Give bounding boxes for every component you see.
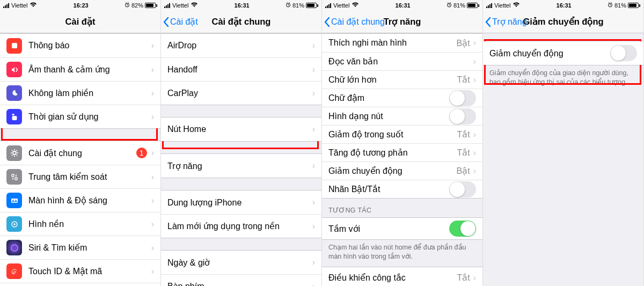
siri-icon — [6, 240, 22, 255]
svg-text:AA: AA — [11, 199, 17, 203]
chevron-right-icon: › — [473, 75, 476, 85]
sound-icon — [6, 62, 22, 77]
row-reduce-motion-toggle[interactable]: Giảm chuyển động — [483, 41, 643, 65]
clock-label: 16:31 — [396, 2, 411, 9]
settings-row-sound[interactable]: Âm thanh & cảm ứng › — [0, 57, 160, 81]
row-increase-contrast[interactable]: Tăng độ tương phảnTắt› — [322, 143, 482, 162]
row-label: Tăng độ tương phản — [328, 148, 457, 158]
row-button-shapes[interactable]: Hình dạng nút — [322, 107, 482, 125]
settings-row-wallpaper[interactable]: Hình nền › — [0, 212, 160, 236]
carrier-label: Viettel — [11, 2, 27, 9]
general-list: AirDrop› Handoff› CarPlay› Nút Home› Trợ… — [161, 33, 321, 286]
row-handoff[interactable]: Handoff› — [161, 57, 321, 81]
battery-pct-label: 81% — [614, 2, 626, 9]
row-label: Làm mới ứng dụng trong nền — [167, 221, 312, 231]
row-switch-control[interactable]: Điều khiển công tắcTắt› — [322, 267, 482, 286]
settings-row-screentime[interactable]: Thời gian sử dụng › — [0, 105, 160, 128]
row-keyboard[interactable]: Bàn phím› — [161, 274, 321, 286]
svg-point-5 — [11, 174, 13, 176]
nav-back-label: Cài đặt — [170, 17, 198, 27]
row-bold-text[interactable]: Chữ đậm — [322, 89, 482, 107]
svg-point-4 — [13, 151, 16, 155]
reachability-toggle[interactable] — [449, 221, 476, 237]
row-label: Bàn phím — [167, 282, 312, 287]
nav-back-button[interactable]: Cài đặt — [163, 11, 198, 33]
settings-row-display[interactable]: AA Màn hình & Độ sáng › — [0, 188, 160, 212]
row-value: Bật — [457, 38, 470, 48]
chevron-right-icon: › — [473, 273, 476, 283]
row-label: Giảm độ trong suốt — [328, 129, 457, 140]
row-reachability[interactable]: Tầm với — [322, 218, 482, 239]
row-home-button[interactable]: Nút Home› — [161, 118, 321, 141]
nav-back-label: Trợ năng — [492, 17, 527, 27]
settings-row-sos[interactable]: SOS SOS khẩn cấp › — [0, 283, 160, 286]
alarm-icon — [608, 2, 613, 9]
row-background-refresh[interactable]: Làm mới ứng dụng trong nền› — [161, 214, 321, 238]
battery-icon — [467, 3, 479, 8]
row-label: Handoff — [167, 65, 312, 75]
alarm-icon — [286, 2, 291, 9]
chevron-right-icon: › — [151, 267, 154, 276]
wifi-icon — [352, 2, 359, 9]
row-label: Thông báo — [28, 41, 151, 50]
row-onoff-labels[interactable]: Nhãn Bật/Tắt — [322, 180, 482, 198]
row-airdrop[interactable]: AirDrop› — [161, 34, 321, 57]
svg-rect-2 — [12, 114, 14, 115]
row-label: Chữ đậm — [328, 93, 449, 103]
chevron-right-icon: › — [312, 161, 315, 171]
row-display-accommodations[interactable]: Thích nghi màn hìnhBật› — [322, 34, 482, 52]
settings-row-general[interactable]: Cài đặt chung 1 › — [0, 141, 160, 165]
button-shapes-toggle[interactable] — [449, 108, 476, 124]
row-label: Màn hình & Độ sáng — [28, 195, 151, 206]
clock-label: 16:31 — [557, 2, 572, 9]
notifications-icon — [6, 38, 22, 54]
row-larger-text[interactable]: Chữ lớn hơnTắt› — [322, 70, 482, 89]
carrier-label: Viettel — [494, 2, 510, 9]
signal-icon — [3, 3, 9, 8]
chevron-right-icon: › — [312, 124, 315, 134]
row-iphone-storage[interactable]: Dung lượng iPhone› — [161, 190, 321, 214]
row-label: Thích nghi màn hình — [328, 38, 457, 48]
row-value: Tắt — [457, 148, 470, 158]
row-speech[interactable]: Đọc văn bản› — [322, 52, 482, 70]
touchid-icon — [6, 263, 22, 279]
clock-label: 16:23 — [74, 2, 89, 9]
bold-text-toggle[interactable] — [449, 90, 476, 106]
wallpaper-icon — [6, 216, 22, 232]
battery-pct-label: 82% — [131, 2, 143, 9]
row-label: Trợ năng — [167, 161, 312, 171]
nav-title: Cài đặt — [65, 17, 96, 27]
row-reduce-motion[interactable]: Giảm chuyển độngBật› — [322, 162, 482, 180]
row-label: Giảm chuyển động — [328, 166, 457, 176]
row-carplay[interactable]: CarPlay› — [161, 81, 321, 105]
settings-row-control-center[interactable]: Trung tâm kiểm soát › — [0, 165, 160, 188]
settings-row-dnd[interactable]: Không làm phiền › — [0, 81, 160, 105]
status-bar: Viettel 16:31 81% — [161, 0, 321, 11]
settings-row-touchid[interactable]: Touch ID & Mật mã › — [0, 259, 160, 283]
wifi-icon — [513, 2, 520, 9]
row-label: Hình nền — [28, 219, 151, 229]
control-center-icon — [6, 169, 22, 185]
chevron-right-icon: › — [151, 196, 154, 206]
row-accessibility[interactable]: Trợ năng› — [161, 154, 321, 178]
nav-back-button[interactable]: Cài đặt chung — [324, 11, 385, 33]
reduce-motion-panel: Giảm chuyển động Giảm chuyển động của gi… — [483, 33, 643, 286]
row-value: Tắt — [457, 129, 470, 140]
row-label: Chữ lớn hơn — [328, 75, 457, 85]
screen-time-icon — [6, 109, 22, 124]
row-date-time[interactable]: Ngày & giờ› — [161, 251, 321, 274]
chevron-right-icon: › — [473, 148, 476, 158]
reduce-motion-toggle[interactable] — [610, 45, 637, 61]
accessibility-list: Thích nghi màn hìnhBật› Đọc văn bản› Chữ… — [322, 33, 482, 286]
nav-bar: Cài đặt — [0, 11, 160, 33]
row-label: Nhãn Bật/Tắt — [328, 184, 449, 194]
wifi-icon — [191, 2, 198, 9]
settings-row-siri[interactable]: Siri & Tìm kiếm › — [0, 236, 160, 259]
chevron-right-icon: › — [473, 166, 476, 176]
nav-back-button[interactable]: Trợ năng — [485, 11, 527, 33]
chevron-right-icon: › — [312, 222, 315, 231]
row-reduce-transparency[interactable]: Giảm độ trong suốtTắt› — [322, 125, 482, 143]
wifi-icon — [30, 2, 37, 9]
settings-row-notifications[interactable]: Thông báo › — [0, 34, 160, 57]
onoff-labels-toggle[interactable] — [449, 181, 476, 197]
